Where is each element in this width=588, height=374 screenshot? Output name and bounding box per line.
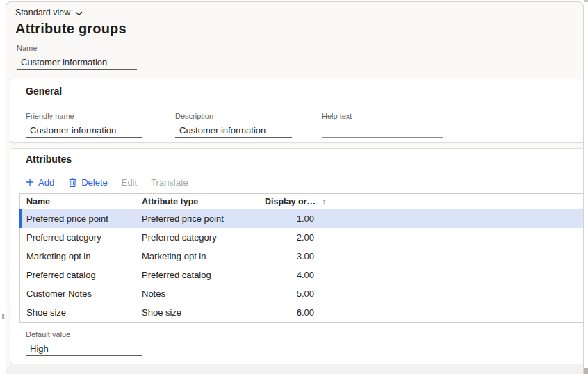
content-panel: Standard view Attribute groups Name Cust…	[6, 1, 584, 374]
delete-button-label: Delete	[81, 177, 108, 188]
name-field-label: Name	[17, 44, 137, 52]
cell-display-order: 4.00	[265, 270, 314, 280]
bottom-scrollbar-track[interactable]	[6, 366, 583, 374]
edit-button[interactable]: Edit	[122, 177, 137, 188]
table-row[interactable]: Preferred catalog Preferred catalog 4.00	[20, 266, 584, 284]
attributes-table-header: Name Attribute type Display or… ↑	[20, 194, 584, 209]
cell-name: Preferred price point	[20, 213, 142, 224]
name-input[interactable]: Customer information	[17, 56, 137, 70]
cell-attribute-type: Shoe size	[142, 307, 265, 318]
column-header-display-order[interactable]: Display or… ↑	[265, 197, 314, 206]
plus-icon	[26, 178, 34, 186]
cell-display-order: 5.00	[265, 288, 314, 299]
add-button[interactable]: Add	[26, 177, 54, 188]
column-header-display-order-label: Display or…	[265, 197, 316, 206]
cell-display-order: 3.00	[265, 251, 314, 261]
friendly-name-input[interactable]: Customer information	[26, 124, 142, 138]
cell-name: Marketing opt in	[20, 251, 142, 261]
cell-display-order: 6.00	[265, 307, 314, 318]
translate-button[interactable]: Translate	[151, 177, 188, 188]
general-section-title: General	[10, 79, 584, 104]
cell-attribute-type: Notes	[142, 288, 265, 299]
attributes-section: Attributes Add Delete Edit	[10, 148, 584, 364]
default-value-label: Default value	[26, 330, 142, 339]
column-header-name[interactable]: Name	[20, 197, 142, 206]
attributes-table: Name Attribute type Display or… ↑ Prefer…	[19, 193, 584, 323]
cell-name: Preferred category	[20, 232, 142, 243]
help-text-field: Help text	[322, 112, 443, 138]
page-title: Attribute groups	[15, 21, 126, 37]
default-value-input[interactable]: High	[26, 343, 142, 356]
cell-name: Preferred catalog	[20, 270, 142, 280]
friendly-name-label: Friendly name	[26, 112, 142, 120]
table-row[interactable]: Preferred category Preferred category 2.…	[20, 228, 584, 247]
right-edge-bottom-cap	[584, 368, 588, 374]
default-value-field: Default value High	[26, 330, 142, 356]
right-edge-top-cap	[584, 0, 588, 2]
table-row[interactable]: Marketing opt in Marketing opt in 3.00	[20, 247, 584, 266]
cell-attribute-type: Preferred price point	[142, 213, 265, 224]
panel-resize-grip[interactable]: ‖	[1, 311, 6, 322]
table-row[interactable]: Customer Notes Notes 5.00	[20, 284, 584, 303]
description-label: Description	[175, 112, 292, 120]
help-text-label: Help text	[322, 112, 443, 120]
sort-ascending-icon: ↑	[322, 197, 326, 206]
help-text-input[interactable]	[322, 124, 443, 138]
table-row[interactable]: Shoe size Shoe size 6.00	[20, 303, 584, 322]
cell-name: Customer Notes	[20, 288, 142, 299]
view-selector-label: Standard view	[15, 8, 70, 17]
view-selector-dropdown[interactable]: Standard view	[15, 8, 83, 17]
description-field: Description Customer information	[175, 112, 292, 138]
cell-name: Shoe size	[20, 307, 142, 318]
attributes-section-title: Attributes	[10, 149, 584, 170]
cell-display-order: 2.00	[265, 232, 314, 243]
cell-display-order: 1.00	[265, 213, 314, 224]
general-section: General Friendly name Customer informati…	[10, 79, 584, 143]
cell-attribute-type: Preferred category	[142, 232, 265, 243]
translate-button-label: Translate	[151, 177, 188, 188]
attribute-groups-page: ‖ Standard view Attribute groups Name Cu…	[0, 0, 588, 374]
table-row[interactable]: Preferred price point Preferred price po…	[20, 209, 584, 228]
trash-icon	[68, 177, 77, 187]
name-field: Name Customer information	[17, 44, 137, 70]
attributes-toolbar: Add Delete Edit Translate	[10, 171, 584, 193]
delete-button[interactable]: Delete	[68, 177, 108, 188]
friendly-name-field: Friendly name Customer information	[26, 112, 142, 138]
add-button-label: Add	[38, 177, 54, 188]
description-input[interactable]: Customer information	[175, 124, 292, 138]
chevron-down-icon	[75, 10, 83, 16]
edit-button-label: Edit	[122, 177, 137, 188]
cell-attribute-type: Preferred catalog	[142, 270, 265, 280]
column-header-attribute-type[interactable]: Attribute type	[142, 197, 265, 206]
cell-attribute-type: Marketing opt in	[142, 251, 265, 261]
